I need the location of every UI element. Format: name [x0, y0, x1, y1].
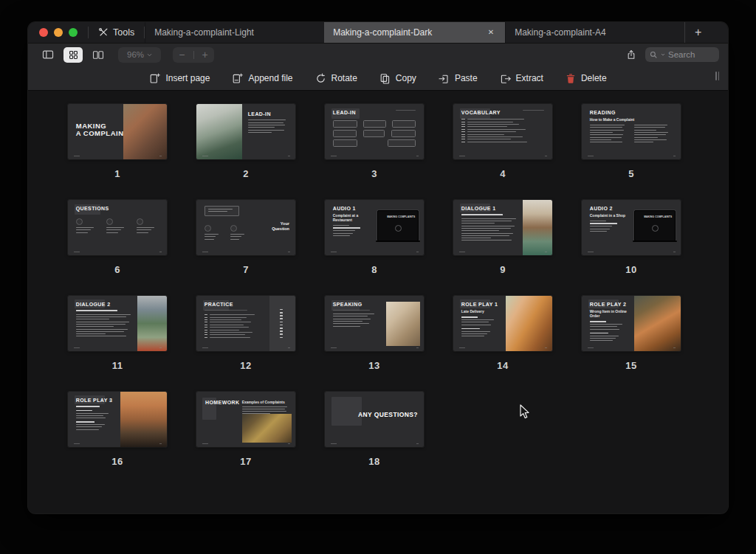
page-thumbnail-14[interactable]: ROLE PLAY 1Late Delivery	[453, 296, 552, 351]
question-groups	[205, 225, 256, 241]
slide-footer-mark	[202, 443, 208, 444]
text-line	[242, 411, 286, 412]
search-input[interactable]	[668, 50, 715, 59]
slide-footer-mark	[588, 252, 594, 252]
append-file-button[interactable]: Append file	[232, 73, 292, 84]
copy-icon	[379, 73, 391, 84]
page-thumbnail-5[interactable]: READINGHow to Make a Complaint	[582, 104, 681, 159]
close-window-button[interactable]	[39, 28, 48, 37]
slide-photo	[523, 200, 552, 255]
tools-button[interactable]: Tools	[89, 22, 144, 43]
list-number	[461, 122, 466, 122]
page-thumbnail-9[interactable]: DIALOGUE 1	[453, 200, 552, 255]
list-row	[461, 134, 545, 135]
page-thumbnail-10[interactable]: AUDIO 2Complaint in a ShopMAKING COMPLAI…	[582, 200, 681, 255]
slide-pagenum-mark	[288, 156, 290, 156]
paste-icon	[439, 73, 450, 84]
group-label	[461, 316, 478, 318]
page-thumbnail-16[interactable]: ROLE PLAY 3	[68, 392, 167, 447]
content-area: MAKING A COMPLAINT1LEAD-IN2LEAD-IN3VOCAB…	[28, 90, 728, 513]
text-line	[461, 322, 489, 322]
pages-grid: MAKING A COMPLAINT1LEAD-IN2LEAD-IN3VOCAB…	[28, 91, 728, 488]
text-line	[461, 218, 516, 219]
new-tab-button[interactable]: +	[684, 22, 711, 43]
text-line	[333, 319, 371, 319]
slide-photo	[386, 302, 420, 346]
titlebar: Tools Making-a-complaint-LightMaking-a-c…	[28, 22, 728, 43]
text-line	[210, 334, 245, 335]
slide-title: DIALOGUE 1	[461, 206, 519, 212]
page-thumbnail-11[interactable]: DIALOGUE 2	[68, 296, 167, 351]
text-line	[467, 126, 507, 127]
text-line	[467, 119, 524, 120]
page-thumbnail-2[interactable]: LEAD-IN	[196, 104, 295, 159]
sidebar-toggle-button[interactable]	[38, 47, 58, 63]
zoom-in-button[interactable]: +	[202, 49, 208, 60]
page-thumbnail-1[interactable]: MAKING A COMPLAINT	[68, 104, 167, 159]
slide-body: ROLE PLAY 3	[76, 398, 116, 443]
page-thumbnail-18[interactable]: ANY QUESTIONS?	[325, 392, 424, 447]
insert-page-button[interactable]: Insert page	[149, 73, 210, 84]
rotate-button[interactable]: Rotate	[315, 73, 357, 84]
copy-button[interactable]: Copy	[379, 73, 416, 84]
slide-footer-mark	[459, 156, 465, 156]
page-thumbnail-13[interactable]: SPEAKING	[325, 296, 424, 351]
slide-subtitle: How to Make a Complaint	[590, 117, 673, 122]
text-line	[590, 326, 618, 327]
tab-making-a-complaint-a4[interactable]: Making-a-complaint-A4	[505, 22, 684, 43]
page-thumbnail-6[interactable]: QUESTIONS	[68, 200, 167, 255]
page-thumbnail-4[interactable]: VOCABULARY	[453, 104, 552, 159]
text-line	[210, 337, 250, 338]
zoom-window-button[interactable]	[69, 28, 78, 37]
close-tab-icon[interactable]: ✕	[486, 27, 496, 38]
view-toolbar: 96% − +	[28, 44, 728, 66]
action-label: Delete	[581, 73, 607, 83]
note-box	[205, 206, 239, 217]
play-ring-icon	[395, 225, 402, 232]
text-line	[137, 232, 148, 233]
page-cell: MAKING A COMPLAINT1	[53, 104, 182, 200]
page-thumbnail-15[interactable]: ROLE PLAY 2Wrong Item in Online Order	[582, 296, 681, 351]
page-thumbnail-8[interactable]: AUDIO 1Complaint at a RestaurantMAKING C…	[325, 200, 424, 255]
list-row	[205, 319, 266, 320]
text-line	[248, 122, 284, 123]
zoom-out-button[interactable]: −	[179, 49, 185, 60]
grid-view-button[interactable]	[63, 47, 83, 63]
tab-making-a-complaint-dark[interactable]: Making-a-complaint-Dark✕	[324, 22, 505, 43]
text-card	[363, 120, 385, 128]
slide-body: LEAD-IN	[333, 110, 416, 156]
text-column	[590, 125, 629, 144]
share-icon	[626, 49, 636, 60]
page-thumbnail-3[interactable]: LEAD-IN	[325, 104, 424, 159]
minimize-window-button[interactable]	[54, 28, 63, 37]
page-number: 7	[243, 264, 249, 275]
share-button[interactable]	[626, 49, 636, 60]
text-card	[388, 139, 416, 147]
text-line	[333, 225, 350, 226]
search-field[interactable]	[645, 47, 719, 62]
question-group	[76, 218, 98, 235]
page-number: 3	[371, 168, 377, 179]
list-number	[205, 334, 207, 335]
paste-button[interactable]: Paste	[439, 73, 478, 84]
number-circle	[205, 225, 211, 232]
list-row	[461, 126, 545, 127]
text-line	[76, 232, 88, 233]
extract-button[interactable]: Extract	[500, 73, 543, 84]
text-line	[333, 316, 368, 316]
toolbar-handle-icon[interactable]	[715, 72, 719, 80]
actions-toolbar: Insert pageAppend fileRotateCopyPasteExt…	[28, 66, 728, 91]
traffic-lights	[28, 22, 88, 43]
page-thumbnail-7[interactable]: Your Question	[196, 200, 295, 255]
tab-making-a-complaint-light[interactable]: Making-a-complaint-Light	[145, 22, 324, 43]
text-line	[106, 227, 124, 228]
header-note	[523, 110, 544, 111]
page-thumbnail-12[interactable]: PRACTICE	[196, 296, 295, 351]
extract-icon	[500, 73, 511, 84]
text-line	[590, 340, 613, 341]
zoom-level-dropdown[interactable]: 96%	[118, 47, 161, 63]
page-thumbnail-17[interactable]: HOMEWORKExamples of Complaints	[196, 392, 295, 447]
delete-button[interactable]: Delete	[566, 73, 607, 84]
two-page-view-button[interactable]	[89, 47, 108, 63]
text-line	[210, 322, 252, 322]
